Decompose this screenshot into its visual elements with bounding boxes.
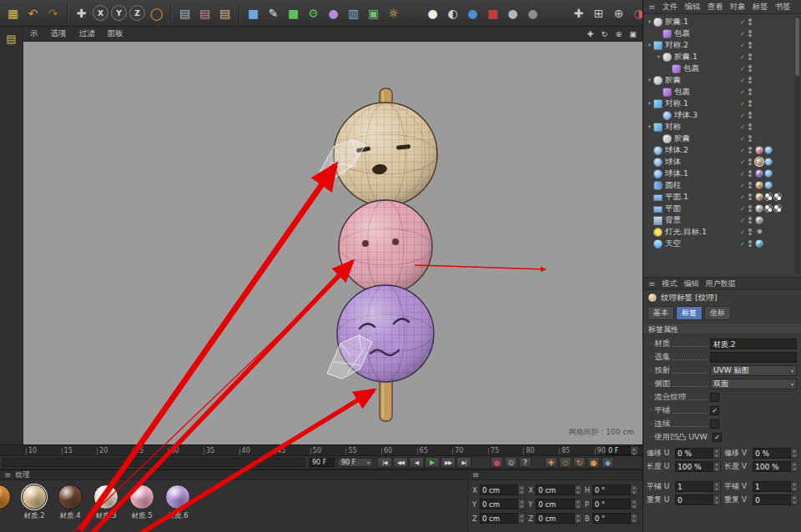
material-item[interactable]: 材质.3 xyxy=(91,484,121,521)
position-y-field[interactable]: 0 cm xyxy=(480,499,518,509)
add-boole-button[interactable]: ⚙ xyxy=(304,3,323,23)
visibility-dots[interactable] xyxy=(747,182,753,188)
enabled-check-icon[interactable] xyxy=(738,18,747,26)
position-x-field[interactable]: 0 cm xyxy=(480,484,518,495)
app-menu-icon[interactable]: ▦ xyxy=(3,3,23,23)
goto-start-button[interactable]: |◀ xyxy=(377,457,392,468)
uv-stepper[interactable] xyxy=(791,448,798,459)
render-settings-button[interactable]: ▤ xyxy=(215,3,234,23)
om-menu-2[interactable]: 查看 xyxy=(707,2,723,13)
help-button[interactable]: ? xyxy=(519,457,531,468)
add-cube-button[interactable]: ■ xyxy=(244,3,263,23)
display-level-button[interactable]: ● xyxy=(463,3,482,23)
coord-system-button[interactable]: ◯ xyxy=(147,3,166,23)
anim-dot-icon[interactable] xyxy=(648,367,652,374)
material-item[interactable]: 材质.2 xyxy=(19,484,49,521)
enabled-check-icon[interactable] xyxy=(738,193,747,201)
key-rotation-button[interactable]: ↻ xyxy=(573,457,586,468)
compositing-tag[interactable] xyxy=(773,204,782,213)
visibility-dots[interactable] xyxy=(747,53,753,60)
visibility-dots[interactable] xyxy=(747,193,753,200)
visibility-dots[interactable] xyxy=(747,65,753,72)
enabled-check-icon[interactable] xyxy=(738,123,747,131)
enabled-check-icon[interactable] xyxy=(738,135,747,143)
visibility-dots[interactable] xyxy=(747,240,753,247)
visibility-dots[interactable] xyxy=(747,100,753,107)
material-tag[interactable] xyxy=(755,169,763,178)
coordinates-menu-icon[interactable]: ≡ xyxy=(472,470,479,479)
选集-field[interactable] xyxy=(710,352,797,363)
visibility-dots[interactable] xyxy=(747,158,753,165)
使用凹凸 UVW-checkbox[interactable] xyxy=(713,433,722,442)
uv-value-field[interactable]: 1 xyxy=(675,481,713,492)
material-sphere-preview[interactable] xyxy=(129,484,154,509)
enabled-check-icon[interactable] xyxy=(738,65,747,73)
material-tag[interactable] xyxy=(755,146,763,154)
value-stepper[interactable] xyxy=(575,499,582,509)
expand-icon[interactable] xyxy=(646,77,653,83)
om-menu-4[interactable]: 标签 xyxy=(752,2,768,13)
visibility-dots[interactable] xyxy=(747,18,753,25)
expand-icon[interactable] xyxy=(646,123,653,130)
layout-page-icon[interactable]: ▤ xyxy=(3,31,20,48)
uv-stepper[interactable] xyxy=(713,448,721,459)
om-menu-0[interactable]: 文件 xyxy=(662,2,678,13)
am-tab-0[interactable]: 模式 xyxy=(662,279,677,289)
投射-dropdown[interactable]: UVW 贴图 xyxy=(710,365,797,376)
material-sphere-preview[interactable] xyxy=(58,484,83,509)
visibility-dots[interactable] xyxy=(747,205,753,212)
enabled-check-icon[interactable] xyxy=(738,77,747,84)
material-item[interactable]: 材质.6 xyxy=(163,484,193,521)
value-stepper[interactable] xyxy=(631,499,638,509)
value-stepper[interactable] xyxy=(631,484,638,495)
compositing-tag[interactable] xyxy=(764,193,773,201)
anim-dot-icon[interactable] xyxy=(648,340,652,347)
shading-b-button[interactable]: ● xyxy=(523,3,542,23)
display-lines-button[interactable]: ◐ xyxy=(443,3,462,23)
enabled-check-icon[interactable] xyxy=(738,182,747,189)
key-parameter-button[interactable]: ● xyxy=(587,457,600,468)
object-row[interactable]: 胶囊.1 xyxy=(643,51,801,63)
visibility-dots[interactable] xyxy=(747,228,753,235)
material-sphere-preview[interactable] xyxy=(0,484,11,509)
material-tag[interactable] xyxy=(755,239,763,248)
object-row[interactable]: 胶囊 xyxy=(643,133,801,144)
侧面-dropdown[interactable]: 双面 xyxy=(710,379,797,389)
rotation-h-field[interactable]: 0 ° xyxy=(592,484,631,495)
rotation-b-field[interactable]: 0 ° xyxy=(592,513,631,524)
uv-stepper[interactable] xyxy=(791,494,798,505)
material-sphere-preview[interactable] xyxy=(165,484,190,509)
object-row[interactable]: 圆柱 xyxy=(643,179,801,191)
attribute-menu-icon[interactable]: ≡ xyxy=(648,279,655,289)
visibility-dots[interactable] xyxy=(747,30,753,37)
value-stepper[interactable] xyxy=(631,513,638,524)
visibility-dots[interactable] xyxy=(747,217,753,223)
anim-dot-icon[interactable] xyxy=(648,407,652,414)
record-view-button[interactable]: ■ xyxy=(483,3,502,23)
current-frame-field[interactable]: 90 F xyxy=(310,458,335,467)
uv-stepper[interactable] xyxy=(713,494,721,505)
enabled-check-icon[interactable] xyxy=(738,147,747,154)
visibility-dots[interactable] xyxy=(747,42,753,48)
add-deformer-button[interactable]: ▥ xyxy=(344,3,363,23)
value-stepper[interactable] xyxy=(575,484,582,495)
material-sphere-preview[interactable] xyxy=(22,484,47,509)
subtab-坐标[interactable]: 坐标 xyxy=(704,306,731,320)
enabled-check-icon[interactable] xyxy=(738,205,747,213)
expand-icon[interactable] xyxy=(646,18,653,25)
workplane-icon[interactable]: ⊞ xyxy=(589,3,608,23)
redo-icon[interactable]: ↷ xyxy=(43,3,63,23)
autokey-button[interactable]: ⊙ xyxy=(505,457,517,468)
uv-value-field[interactable]: 1 xyxy=(753,481,791,492)
object-row[interactable]: 胶囊 xyxy=(643,74,801,86)
anim-dot-icon[interactable] xyxy=(648,380,652,387)
object-row[interactable]: 胶囊.1 xyxy=(643,16,801,28)
orbit-view-icon[interactable]: ↻ xyxy=(598,28,611,40)
visibility-dots[interactable] xyxy=(747,77,753,83)
phong-tag[interactable] xyxy=(764,181,773,189)
uv-value-field[interactable]: 100 % xyxy=(675,461,713,472)
enabled-check-icon[interactable] xyxy=(738,42,747,49)
toggle-view-icon[interactable]: ▣ xyxy=(627,28,639,40)
enabled-check-icon[interactable] xyxy=(738,217,747,224)
object-row[interactable]: 对称.2 xyxy=(643,39,801,51)
